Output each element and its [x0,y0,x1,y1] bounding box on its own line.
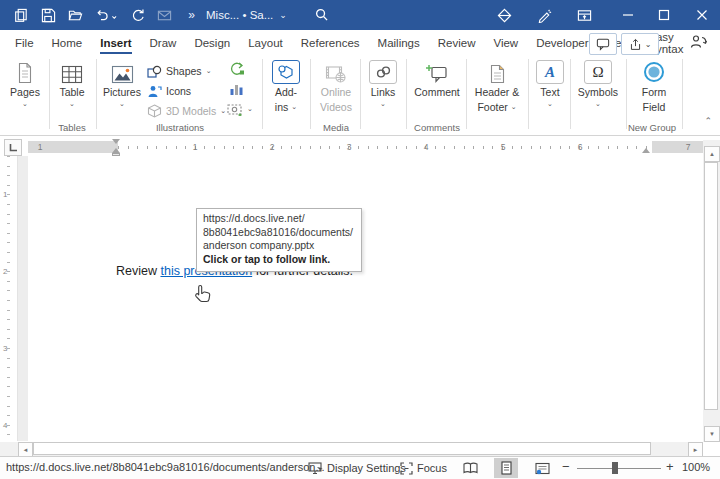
undo-button[interactable] [93,6,119,24]
open-button[interactable] [66,6,84,24]
icons-icon [147,85,162,98]
horizontal-scrollbar[interactable]: ◄ ► [0,442,703,456]
tooltip-url-line: 8b8041ebc9a81016/documents/ [203,226,355,240]
tab-layout[interactable]: Layout [239,30,292,56]
tab-draw[interactable]: Draw [141,30,186,56]
tab-developer[interactable]: Developer [527,30,597,56]
form-field-button[interactable]: Form Field [630,58,678,124]
screenshot-button[interactable]: ⌄ [227,100,253,118]
header-footer-button[interactable]: Header & Footer⌄ [470,58,524,124]
share-icon [629,38,642,51]
tab-review[interactable]: Review [429,30,485,56]
share-button[interactable]: ⌄ [621,33,659,55]
comments-toggle-button[interactable] [589,33,617,55]
zoom-slider-track[interactable] [577,468,661,469]
maximize-icon [658,9,670,21]
paste-icon [14,8,29,23]
read-mode-button[interactable] [458,458,482,478]
collapse-ribbon-button[interactable]: ⌃ [704,116,712,126]
save-icon [41,8,56,23]
display-settings-button[interactable]: Display Settings [308,457,406,479]
tab-design[interactable]: Design [185,30,239,56]
links-button[interactable]: Links ⌄ [364,58,402,124]
zoom-out-button[interactable]: − [562,459,570,474]
tab-insert[interactable]: Insert [91,30,140,56]
pictures-button[interactable]: Pictures ⌄ [101,58,143,124]
ruler-number: 1 [3,190,7,199]
web-layout-button[interactable] [530,458,554,478]
horizontal-ruler[interactable]: 1 1 2 3 4 5 6 7 [28,141,704,153]
focus-icon [400,462,413,475]
ruler-number: 1 [38,142,43,152]
ruler-number: 5 [501,142,506,152]
search-button[interactable] [314,7,329,22]
comment-button[interactable]: Comment [412,58,462,124]
group-separator [466,59,467,129]
email-icon [157,8,172,23]
scroll-up-button[interactable]: ▲ [704,146,720,162]
tab-view[interactable]: View [484,30,527,56]
tab-references[interactable]: References [292,30,369,56]
focus-button[interactable]: Focus [400,457,447,479]
chevron-down-icon: ⌄ [645,40,652,49]
add-ins-button[interactable]: Add- ins⌄ [266,58,306,124]
icons-button[interactable]: Icons [147,82,191,100]
vertical-ruler[interactable]: 1 2 3 4 [0,156,18,441]
ruler-right-margin [652,141,704,153]
group-separator [570,59,571,129]
group-label-tables: Tables [58,122,85,133]
editing-mode-button[interactable] [528,0,560,30]
3d-cube-icon [147,104,162,118]
text-button[interactable]: A Text ⌄ [532,58,568,124]
hand-cursor [192,284,212,308]
ruler-number: 1 [193,142,198,152]
tooltip-url-line: https://d.docs.live.net/ [203,212,355,226]
hanging-indent-marker[interactable] [112,148,120,156]
symbols-button[interactable]: Ω Symbols ⌄ [576,58,620,124]
minus-icon: − [562,459,570,474]
save-button[interactable] [39,6,57,24]
zoom-slider-thumb[interactable] [612,462,618,474]
redo-button[interactable] [128,6,146,24]
document-title[interactable]: Misc... • Sa... ⌄ [206,0,287,30]
table-button[interactable]: Table ⌄ [53,58,91,124]
ribbon-display-options-button[interactable] [568,0,600,30]
chart-button[interactable] [229,80,244,98]
scroll-down-button[interactable]: ▼ [704,426,720,442]
vertical-scrollbar[interactable]: ▲ ▼ [703,140,720,442]
page-gutter [18,156,28,441]
tab-home[interactable]: Home [43,30,92,56]
pages-button[interactable]: Pages ⌄ [6,58,44,124]
group-separator [262,59,263,129]
group-label-comments: Comments [414,122,460,133]
tab-stop-selector[interactable] [4,139,22,156]
tab-mailings[interactable]: Mailings [369,30,429,56]
vertical-scroll-thumb[interactable] [704,162,718,410]
email-button[interactable] [155,6,173,24]
paste-button[interactable] [12,6,30,24]
right-indent-marker[interactable] [642,148,650,153]
zoom-level[interactable]: 100% [682,461,710,473]
qat-overflow-button[interactable]: » [182,6,200,24]
scroll-right-button[interactable]: ► [688,442,703,457]
print-layout-icon [501,461,512,475]
omega-icon: Ω [584,60,612,84]
document-area[interactable]: 1 2 3 4 Review this presentation for fur… [0,156,720,441]
print-layout-button[interactable] [494,458,518,478]
minimize-button[interactable] [612,0,644,30]
ruler-number: 2 [3,267,7,276]
document-page[interactable]: Review this presentation for further det… [28,156,704,441]
first-line-indent-marker[interactable] [112,139,120,144]
online-videos-button[interactable]: Online Videos [314,58,358,124]
smartart-button[interactable] [229,60,245,78]
people-button[interactable] [690,34,708,50]
scroll-left-button[interactable]: ◄ [18,442,33,457]
zoom-in-button[interactable]: + [666,459,674,474]
horizontal-scroll-thumb[interactable] [33,442,651,455]
3d-models-button[interactable]: 3D Models ⌄ [147,102,226,120]
premium-button[interactable] [488,0,520,30]
group-separator [528,59,529,129]
status-bar: https://d.docs.live.net/8b8041ebc9a81016… [0,456,720,479]
tab-file[interactable]: File [6,30,43,56]
shapes-button[interactable]: Shapes ⌄ [147,62,212,80]
